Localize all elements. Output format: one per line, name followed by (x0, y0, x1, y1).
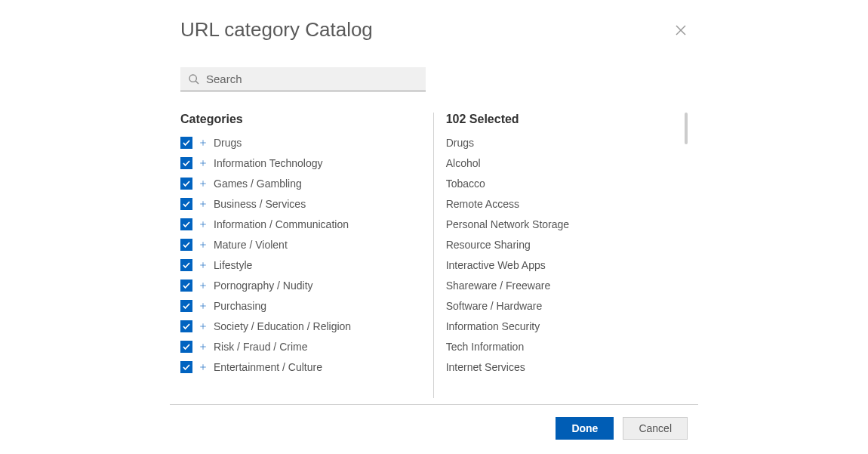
categories-heading: Categories (180, 113, 426, 126)
category-item: Society / Education / Religion (180, 320, 426, 332)
category-label: Society / Education / Religion (214, 320, 351, 332)
dialog-title: URL category Catalog (180, 18, 373, 42)
svg-point-2 (189, 75, 196, 82)
category-item: Lifestyle (180, 259, 426, 271)
category-item: Mature / Violent (180, 239, 426, 251)
category-label: Mature / Violent (214, 239, 288, 251)
category-label: Risk / Fraud / Crime (214, 341, 307, 353)
category-checkbox[interactable] (180, 198, 192, 210)
category-checkbox[interactable] (180, 300, 192, 312)
category-label: Purchasing (214, 300, 266, 312)
selected-item: Shareware / Freeware (446, 280, 680, 292)
dialog-header: URL category Catalog (170, 9, 698, 45)
plus-icon[interactable] (199, 363, 208, 372)
close-icon[interactable] (674, 23, 688, 37)
category-item: Purchasing (180, 300, 426, 312)
category-label: Business / Services (214, 198, 306, 210)
plus-icon[interactable] (199, 240, 208, 249)
category-checkbox[interactable] (180, 218, 192, 230)
plus-icon[interactable] (199, 220, 208, 229)
plus-icon[interactable] (199, 281, 208, 290)
selected-item: Resource Sharing (446, 239, 680, 251)
scrollbar-thumb[interactable] (685, 113, 688, 144)
category-checkbox[interactable] (180, 157, 192, 169)
dialog-body: Categories DrugsInformation TechnologyGa… (170, 113, 698, 398)
url-category-catalog-dialog: URL category Catalog Categories DrugsInf… (170, 9, 698, 440)
plus-icon[interactable] (199, 159, 208, 168)
category-checkbox[interactable] (180, 341, 192, 353)
category-checkbox[interactable] (180, 178, 192, 190)
search-box[interactable] (180, 67, 426, 91)
category-item: Games / Gambling (180, 178, 426, 190)
selected-item: Software / Hardware (446, 300, 680, 312)
plus-icon[interactable] (199, 301, 208, 310)
svg-line-3 (195, 81, 199, 84)
category-item: Pornography / Nudity (180, 280, 426, 292)
search-container (170, 45, 698, 91)
category-item: Business / Services (180, 198, 426, 210)
category-checkbox[interactable] (180, 137, 192, 149)
category-label: Entertainment / Culture (214, 361, 322, 373)
selected-item: Internet Services (446, 361, 680, 373)
category-label: Drugs (214, 137, 242, 149)
selected-item: Drugs (446, 137, 680, 149)
search-icon (188, 73, 200, 85)
selected-item: Information Security (446, 320, 680, 332)
category-label: Games / Gambling (214, 178, 302, 190)
selected-item: Alcohol (446, 157, 680, 169)
selected-heading: 102 Selected (446, 113, 680, 126)
selected-list: DrugsAlcoholTobaccoRemote AccessPersonal… (446, 137, 680, 373)
category-label: Lifestyle (214, 259, 252, 271)
category-checkbox[interactable] (180, 361, 192, 373)
category-checkbox[interactable] (180, 280, 192, 292)
category-item: Drugs (180, 137, 426, 149)
selected-item: Tobacco (446, 178, 680, 190)
selected-item: Tech Information (446, 341, 680, 353)
category-checkbox[interactable] (180, 259, 192, 271)
plus-icon[interactable] (199, 199, 208, 208)
categories-column: Categories DrugsInformation TechnologyGa… (180, 113, 434, 398)
selected-item: Personal Network Storage (446, 218, 680, 230)
selected-item: Remote Access (446, 198, 680, 210)
plus-icon[interactable] (199, 138, 208, 147)
category-item: Information Technology (180, 157, 426, 169)
search-input[interactable] (206, 73, 418, 85)
category-checkbox[interactable] (180, 239, 192, 251)
category-label: Information Technology (214, 157, 323, 169)
category-item: Risk / Fraud / Crime (180, 341, 426, 353)
category-checkbox[interactable] (180, 320, 192, 332)
plus-icon[interactable] (199, 342, 208, 351)
plus-icon[interactable] (199, 179, 208, 188)
category-item: Entertainment / Culture (180, 361, 426, 373)
category-item: Information / Communication (180, 218, 426, 230)
categories-list: DrugsInformation TechnologyGames / Gambl… (180, 137, 426, 373)
plus-icon[interactable] (199, 322, 208, 331)
dialog-footer: Done Cancel (170, 404, 698, 440)
category-label: Pornography / Nudity (214, 280, 313, 292)
plus-icon[interactable] (199, 261, 208, 270)
category-label: Information / Communication (214, 218, 349, 230)
done-button[interactable]: Done (556, 417, 614, 440)
selected-item: Interactive Web Apps (446, 259, 680, 271)
cancel-button[interactable]: Cancel (623, 417, 688, 440)
selected-column: 102 Selected DrugsAlcoholTobaccoRemote A… (434, 113, 688, 398)
